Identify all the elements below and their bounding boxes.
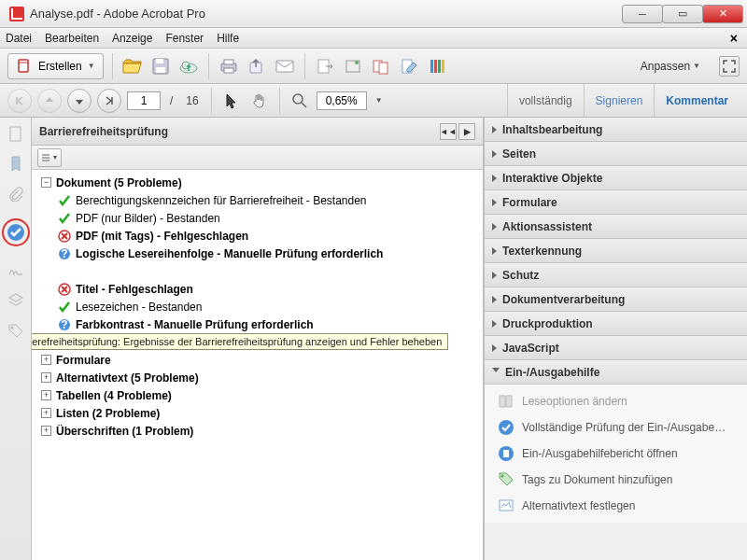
tree-item[interactable]: PDF (mit Tags) - Fehlgeschlagen (37, 227, 483, 245)
tab-vollstaendig[interactable]: vollständig (507, 84, 584, 117)
app-icon (9, 7, 24, 21)
combine-button[interactable] (370, 55, 392, 77)
tool-cat-inhaltsbearbeitung[interactable]: Inhaltsbearbeitung (485, 118, 747, 142)
save-button[interactable] (149, 55, 172, 77)
layers-button[interactable] (7, 291, 25, 310)
chevron-right-icon (492, 272, 497, 279)
select-tool-button[interactable] (220, 90, 243, 112)
attachment-icon (8, 187, 23, 202)
hand-tool-button[interactable] (248, 90, 271, 112)
last-icon (104, 95, 115, 106)
scan-button[interactable] (342, 55, 364, 77)
tool-alternativtext[interactable]: Alternativtext festlegen (485, 493, 747, 519)
tree-item[interactable]: Titel - Fehlgeschlagen (37, 280, 483, 298)
tool-cat-interaktive[interactable]: Interaktive Objekte (485, 166, 747, 190)
tool-cat-dokumentverarbeitung[interactable]: Dokumentverarbeitung (485, 287, 747, 312)
expand-icon[interactable]: + (41, 390, 51, 400)
print-button[interactable] (218, 55, 240, 77)
export-icon (317, 58, 333, 75)
color-button[interactable] (426, 55, 448, 77)
panel-next-button[interactable]: ▶ (458, 123, 475, 140)
tags-button[interactable] (7, 321, 25, 340)
zoom-dropdown-icon[interactable]: ▼ (373, 96, 386, 105)
export-pdf-button[interactable] (314, 55, 336, 77)
expand-icon[interactable]: + (41, 426, 51, 436)
close-document-button[interactable]: × (726, 31, 741, 46)
tool-cat-schutz[interactable]: Schutz (485, 263, 747, 287)
tool-cat-druckproduktion[interactable]: Druckproduktion (485, 312, 747, 336)
fullscreen-button[interactable] (719, 56, 740, 77)
tree-item[interactable]: ? Farbkontrast - Manuelle Prüfung erford… (37, 315, 483, 333)
color-bars-icon (430, 58, 444, 75)
tree-category-ueberschriften[interactable]: + Überschriften (1 Problem) (37, 422, 483, 440)
last-page-button[interactable] (97, 89, 121, 113)
tree-category-tabellen[interactable]: + Tabellen (4 Probleme) (37, 386, 483, 404)
expand-icon[interactable]: + (41, 372, 51, 383)
a11y-check-icon (7, 223, 25, 242)
tab-kommentar[interactable]: Kommentar (654, 84, 740, 117)
next-page-button[interactable] (67, 89, 92, 113)
attachments-button[interactable] (7, 185, 25, 203)
email-button[interactable] (274, 55, 296, 77)
cloud-button[interactable] (177, 55, 200, 77)
tree-category-listen[interactable]: + Listen (2 Probleme) (37, 404, 483, 422)
tree-category-formulare[interactable]: + Formulare (37, 351, 483, 369)
open-file-button[interactable] (121, 55, 144, 77)
collapse-icon[interactable]: − (41, 177, 51, 188)
tool-cat-aktionsassistent[interactable]: Aktionsassistent (485, 215, 747, 239)
tree-item[interactable]: PDF (nur Bilder) - Bestanden (37, 209, 483, 227)
expand-icon[interactable]: + (41, 408, 51, 418)
tree-item[interactable]: Lesezeichen - Bestanden (37, 298, 483, 315)
share-button[interactable] (246, 55, 268, 77)
bookmarks-button[interactable] (7, 155, 25, 174)
cat-label: JavaScript (502, 342, 559, 355)
tool-cat-formulare[interactable]: Formulare (485, 190, 747, 215)
cat-label: Aktionsassistent (502, 220, 592, 233)
edit-pdf-button[interactable] (398, 55, 420, 77)
menu-bearbeiten[interactable]: Bearbeiten (45, 32, 99, 45)
a11y-tree[interactable]: Barrierefreiheitsprüfung: Ergebnisse der… (32, 170, 483, 560)
tool-leseoptionen[interactable]: Leseoptionen ändern (485, 388, 747, 414)
tree-item[interactable]: Berechtigungskennzeichen für Barrierefre… (37, 191, 483, 209)
maximize-button[interactable]: ▭ (662, 5, 703, 23)
panel-prev-button[interactable]: ◄◄ (440, 123, 457, 140)
menu-anzeige[interactable]: Anzeige (112, 32, 152, 45)
options-button[interactable]: ▼ (37, 148, 62, 167)
tool-cat-einausgabehilfe[interactable]: Ein-/Ausgabehilfe (485, 360, 747, 385)
tool-cat-javascript[interactable]: JavaScript (485, 336, 747, 360)
prev-page-button[interactable] (37, 89, 62, 113)
page-number-input[interactable] (127, 91, 161, 110)
menu-datei[interactable]: Datei (6, 32, 32, 45)
create-label: Erstellen (38, 60, 82, 73)
tree-category-alternativtext[interactable]: + Alternativtext (5 Probleme) (37, 369, 483, 386)
nav-toolbar: / 16 ▼ vollständig Signieren Kommentar (0, 84, 747, 118)
tool-bericht-oeffnen[interactable]: Ein-/Ausgabehilfebericht öffnen (485, 441, 747, 467)
tool-cat-seiten[interactable]: Seiten (485, 142, 747, 166)
category-label: Listen (2 Probleme) (56, 407, 160, 420)
zoom-button[interactable] (289, 90, 311, 112)
customize-button[interactable]: Anpassen ▼ (635, 57, 706, 76)
minimize-button[interactable]: ─ (622, 5, 663, 23)
category-label: Überschriften (1 Problem) (56, 425, 193, 438)
thumbnails-button[interactable] (7, 125, 25, 144)
menu-fenster[interactable]: Fenster (165, 32, 204, 45)
tool-tags-hinzufuegen[interactable]: Tags zu Dokument hinzufügen (485, 467, 747, 493)
tab-signieren[interactable]: Signieren (584, 84, 655, 117)
tool-cat-texterkennung[interactable]: Texterkennung (485, 239, 747, 263)
tree-item[interactable]: ? Logische Lesereihenfolge - Manuelle Pr… (37, 245, 483, 262)
zoom-input[interactable] (317, 91, 367, 110)
page-total: 16 (182, 94, 202, 107)
expand-icon[interactable]: + (41, 355, 51, 365)
content-area: Barrierefreiheitsprüfung ◄◄ ▶ ▼ Barriere… (0, 118, 747, 560)
signatures-button[interactable] (7, 261, 25, 280)
chevron-right-icon (492, 223, 497, 231)
tree-category-dokument[interactable]: − Dokument (5 Probleme) (37, 174, 483, 191)
first-page-button[interactable] (7, 89, 32, 113)
create-button[interactable]: Erstellen ▼ (7, 53, 104, 79)
floppy-icon (152, 58, 169, 75)
a11y-check-button[interactable] (2, 218, 30, 246)
close-button[interactable]: ✕ (702, 5, 743, 23)
info-icon: ? (58, 318, 71, 331)
menu-hilfe[interactable]: Hilfe (217, 32, 239, 45)
tool-vollstaendige-pruefung[interactable]: Vollständige Prüfung der Ein-/Ausgabe… (485, 414, 747, 441)
